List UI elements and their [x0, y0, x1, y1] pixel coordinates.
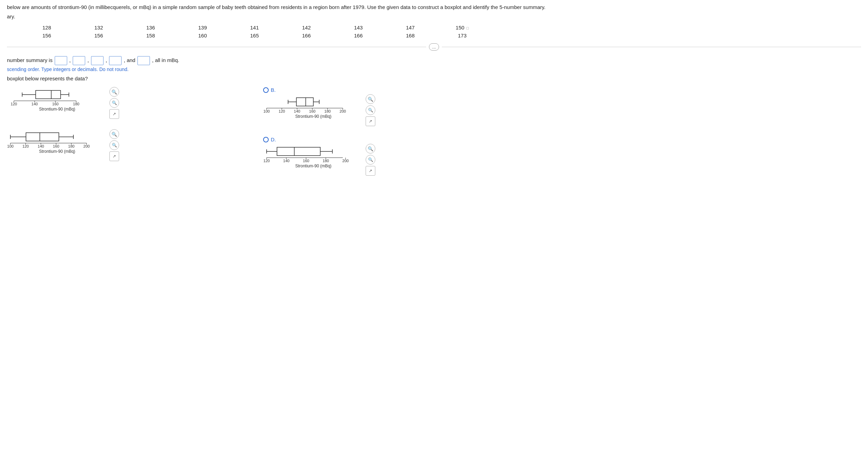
intro-line2: ary.: [7, 13, 861, 21]
data-cell: 158: [125, 32, 177, 39]
divider: ...: [7, 43, 861, 51]
data-table: 128 132 136 139 141 142 143 147 150 □ 15…: [21, 24, 540, 39]
svg-text:100: 100: [263, 109, 270, 113]
data-cell: 143: [332, 24, 384, 31]
chart-a-zoom-out[interactable]: 🔍: [109, 98, 119, 108]
data-cell: 139: [177, 24, 229, 31]
svg-rect-38: [296, 98, 313, 106]
data-cell: [488, 32, 540, 39]
chart-b-with-icons: 100 120 140 160 180 200 Strontium-90 (mB…: [263, 94, 861, 126]
boxplot-d-svg: 120 140 160 180 200: [263, 144, 364, 163]
chart-b-zoom-in[interactable]: 🔍: [366, 94, 375, 104]
svg-text:160: 160: [52, 102, 59, 106]
chart-c-external[interactable]: ↗: [109, 151, 119, 161]
summary-input-2[interactable]: [73, 56, 85, 65]
chart-b-label[interactable]: B.: [263, 87, 861, 93]
svg-text:180: 180: [323, 159, 329, 163]
chart-b-plot: 100 120 140 160 180 200 Strontium-90 (mB…: [263, 94, 364, 119]
summary-section: number summary is , , , , and , all in m…: [7, 56, 861, 72]
chart-d-icons: 🔍 🔍 ↗: [366, 144, 375, 176]
svg-text:140: 140: [283, 159, 289, 163]
data-cell: 156: [21, 32, 73, 39]
summary-input-4[interactable]: [109, 56, 122, 65]
data-cell: 147: [384, 24, 436, 31]
data-cell: 166: [332, 32, 384, 39]
chart-c-axis-label: Strontium-90 (mBq): [7, 149, 107, 154]
svg-text:180: 180: [73, 102, 79, 106]
data-cell: 166: [280, 32, 332, 39]
chart-a-external[interactable]: ↗: [109, 109, 119, 119]
chart-option-c: 100 120 140 160 180 200 Strontium-90 (mB…: [7, 129, 138, 161]
summary-input-3[interactable]: [91, 56, 104, 65]
chart-b-zoom-out[interactable]: 🔍: [366, 105, 375, 115]
chart-d-zoom-out[interactable]: 🔍: [366, 155, 375, 165]
chart-d-plot: 120 140 160 180 200 Strontium-90 (mBq): [263, 144, 364, 168]
chart-c-zoom-in[interactable]: 🔍: [109, 129, 119, 139]
svg-text:100: 100: [7, 144, 14, 148]
chart-a-axis-label: Strontium-90 (mBq): [7, 107, 107, 112]
boxplot-c-svg: 100 120 140 160 180 200: [7, 129, 107, 148]
chart-d-external[interactable]: ↗: [366, 166, 375, 176]
question-text: boxplot below represents the data?: [7, 76, 861, 81]
chart-c-plot: 100 120 140 160 180 200 Strontium-90 (mB…: [7, 129, 107, 154]
svg-text:200: 200: [340, 109, 346, 113]
chart-a-with-icons: 120 140 160 180 Strontium-90 (mBq) 🔍 🔍 ↗: [7, 87, 138, 119]
instruction-text: scending order. Type integers or decimal…: [7, 67, 861, 72]
svg-text:160: 160: [53, 144, 59, 148]
chart-a-zoom-in[interactable]: 🔍: [109, 87, 119, 97]
radio-b[interactable]: [263, 87, 269, 93]
data-cell: [488, 24, 540, 31]
summary-text: number summary is , , , , and , all in m…: [7, 56, 861, 65]
svg-text:120: 120: [23, 144, 29, 148]
charts-right: B.: [263, 87, 861, 186]
chart-d-with-icons: 120 140 160 180 200 Strontium-90 (mBq) 🔍…: [263, 144, 861, 176]
data-cell: 168: [384, 32, 436, 39]
data-cell: 128: [21, 24, 73, 31]
chart-b-external[interactable]: ↗: [366, 116, 375, 126]
svg-text:200: 200: [83, 144, 90, 148]
chart-c-zoom-out[interactable]: 🔍: [109, 140, 119, 150]
data-cell: 136: [125, 24, 177, 31]
data-cell: 173: [436, 32, 488, 39]
data-cell: 156: [73, 32, 125, 39]
chart-option-b: B.: [263, 87, 861, 126]
svg-text:160: 160: [303, 159, 309, 163]
chart-b-icons: 🔍 🔍 ↗: [366, 94, 375, 126]
chart-option-d: D.: [263, 137, 861, 176]
chart-c-icons: 🔍 🔍 ↗: [109, 129, 119, 161]
svg-rect-19: [26, 133, 59, 141]
chart-option-a: 120 140 160 180 Strontium-90 (mBq) 🔍 🔍 ↗: [7, 87, 138, 119]
summary-input-1[interactable]: [55, 56, 67, 65]
intro-line1: below are amounts of strontium-90 (in mi…: [7, 3, 861, 11]
svg-text:200: 200: [342, 159, 349, 163]
svg-text:120: 120: [11, 102, 17, 106]
chart-d-label[interactable]: D.: [263, 137, 861, 142]
boxplot-b-svg: 100 120 140 160 180 200: [263, 94, 364, 113]
svg-text:140: 140: [294, 109, 300, 113]
chart-c-with-icons: 100 120 140 160 180 200 Strontium-90 (mB…: [7, 129, 138, 161]
chart-d-zoom-in[interactable]: 🔍: [366, 144, 375, 153]
chart-b-axis-label: Strontium-90 (mBq): [263, 114, 364, 119]
chart-a-plot: 120 140 160 180 Strontium-90 (mBq): [7, 87, 107, 112]
radio-d[interactable]: [263, 137, 269, 142]
data-cell: 141: [229, 24, 280, 31]
svg-rect-4: [36, 90, 61, 99]
chart-d-axis-label: Strontium-90 (mBq): [263, 164, 364, 168]
data-cell: 165: [229, 32, 280, 39]
data-cell: 150 □: [436, 24, 488, 31]
data-cell: 160: [177, 32, 229, 39]
svg-text:180: 180: [324, 109, 331, 113]
data-cell: 142: [280, 24, 332, 31]
boxplot-a-svg: 120 140 160 180: [7, 87, 107, 106]
svg-rect-57: [277, 147, 320, 156]
svg-text:120: 120: [263, 159, 270, 163]
svg-text:160: 160: [309, 109, 315, 113]
svg-text:180: 180: [68, 144, 74, 148]
charts-left: 120 140 160 180 Strontium-90 (mBq) 🔍 🔍 ↗: [7, 87, 138, 186]
data-cell: 132: [73, 24, 125, 31]
summary-input-5[interactable]: [137, 56, 150, 65]
chart-a-icons: 🔍 🔍 ↗: [109, 87, 119, 119]
charts-area: 120 140 160 180 Strontium-90 (mBq) 🔍 🔍 ↗: [7, 87, 861, 186]
svg-text:140: 140: [38, 144, 44, 148]
svg-text:120: 120: [279, 109, 285, 113]
